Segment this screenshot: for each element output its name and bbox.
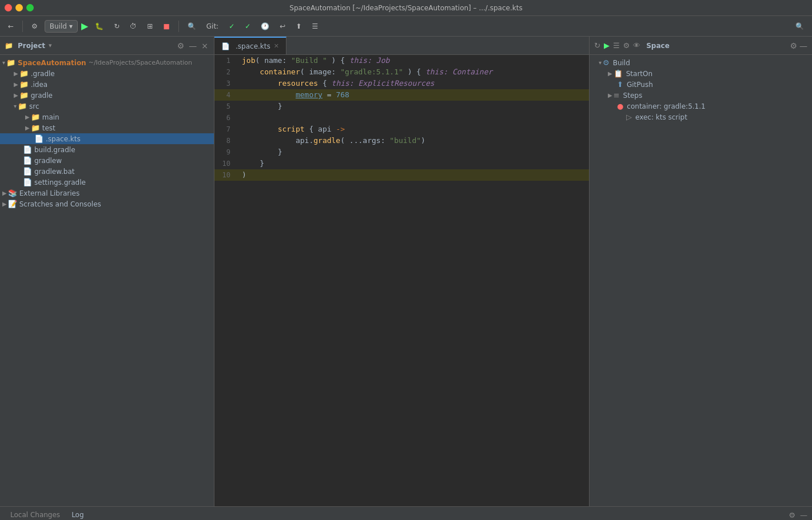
line-content-9: } [237,146,589,158]
build-button[interactable]: Build ▾ [45,20,78,33]
rt-exec[interactable]: ▷ exec: kts script [590,112,812,122]
tab-close-btn[interactable]: ✕ [274,42,279,50]
rt-starton[interactable]: ▶ 📋 StartOn [590,68,812,79]
tab-label: .space.kts [236,42,270,50]
debug-button[interactable]: 🐛 [91,21,107,32]
tree-main[interactable]: ▶ 📁 main [0,112,214,122]
icon-test: 📁 [31,124,40,132]
reload-button[interactable]: ↻ [110,21,123,32]
rp-settings-btn[interactable]: ⚙ [790,41,797,50]
line-num-7: 7 [214,124,237,135]
line-content-2: container( image: "gradle:5.1.1" ) { thi… [237,66,589,78]
sidebar-collapse-icon[interactable]: — [188,40,198,51]
root-arrow[interactable]: ▾ [2,59,5,66]
code-line-4: 4 memory = 768 [214,89,589,101]
git-check[interactable]: ✓ [225,21,238,32]
arrow-external[interactable]: ▶ [2,190,7,196]
search-button[interactable]: 🔍 [184,21,200,32]
line-num-4: 4 [214,89,237,101]
rt-icon-container: ● [617,102,623,110]
rp-run-icon[interactable]: ▶ [604,41,610,50]
global-search[interactable]: 🔍 [792,21,807,32]
window-controls[interactable] [5,4,34,11]
vc-close-icon[interactable]: — [800,511,807,519]
coverage-button[interactable]: ⊞ [144,21,156,32]
arrow-main[interactable]: ▶ [25,114,30,120]
run-button[interactable]: ▶ [81,21,88,31]
sidebar-close-icon[interactable]: × [200,40,209,51]
toolbar-settings[interactable]: ⚙ [28,21,41,32]
project-icon: 📁 [5,42,13,50]
git-check2[interactable]: ✓ [241,21,254,32]
rt-gitpush[interactable]: ⬆ GitPush [590,79,812,90]
rt-steps[interactable]: ▶ ≡ Steps [590,90,812,101]
rp-settings-icon[interactable]: ⚙ [623,41,630,50]
icon-build-gradle: 📄 [23,145,32,154]
rt-label-build: Build [613,59,630,67]
root-label: SpaceAutomation [18,59,86,67]
stop-button[interactable]: ■ [160,21,173,32]
code-line-8: 8 api.gradle( ...args: "build") [214,135,589,146]
vc-settings-icon[interactable]: ⚙ [789,511,795,519]
close-button[interactable] [5,4,12,11]
rt-icon-steps: ≡ [614,91,620,100]
label-external-libs: External Libraries [19,189,79,197]
rt-arrow-build[interactable]: ▾ [599,59,602,66]
git-undo[interactable]: ↩ [276,21,289,32]
git-label: Git: [203,21,222,32]
arrow-gradle[interactable]: ▶ [14,92,18,98]
tree-external-libs[interactable]: ▶ 📚 External Libraries [0,188,214,199]
project-dropdown[interactable]: ▾ [49,42,52,49]
profile-button[interactable]: ⏱ [126,21,140,32]
tree-gradle[interactable]: ▶ 📁 gradle [0,90,214,101]
rt-container[interactable]: ● container: gradle:5.1.1 [590,101,812,112]
tree-scratches[interactable]: ▶ 📝 Scratches and Consoles [0,199,214,209]
arrow-src[interactable]: ▾ [14,103,17,109]
tree-settings-gradle[interactable]: 📄 settings.gradle [0,177,214,188]
tree-gradlew-bat[interactable]: 📄 gradlew.bat [0,166,214,177]
git-push[interactable]: ⬆ [292,21,305,32]
tab-local-changes[interactable]: Local Changes [5,507,66,521]
rp-list-icon[interactable]: ☰ [613,41,620,50]
tab-log[interactable]: Log [66,507,89,521]
arrow-gradle-hidden[interactable]: ▶ [14,70,18,77]
toolbar-sep-2 [178,21,179,32]
rp-eye-icon[interactable]: 👁 [633,41,640,50]
tree-src[interactable]: ▾ 📁 src [0,101,214,112]
tree-gradlew[interactable]: 📄 gradlew [0,155,214,166]
icon-settings-gradle: 📄 [23,178,32,186]
code-line-9: 9 } [214,146,589,158]
arrow-scratches[interactable]: ▶ [2,201,7,207]
tree-root[interactable]: ▾ 📁 SpaceAutomation ~/IdeaProjects/Space… [0,57,214,68]
arrow-idea[interactable]: ▶ [14,81,18,88]
rt-build[interactable]: ▾ ⚙ Build [590,57,812,68]
bottom-panel: Local Changes Log ⚙ — ⚙ Branch: All ▾ Us… [0,506,812,520]
sidebar-settings-icon[interactable]: ⚙ [176,40,186,51]
label-main: main [42,113,59,121]
git-clock[interactable]: 🕐 [257,21,273,32]
arrow-test[interactable]: ▶ [25,125,30,131]
tree-build-gradle[interactable]: 📄 build.gradle [0,144,214,155]
tree-test[interactable]: ▶ 📁 test [0,122,214,133]
rp-refresh-icon[interactable]: ↻ [594,41,600,50]
maximize-button[interactable] [26,4,34,11]
code-editor[interactable]: 1 job( name: "Build " ) { this: Job 2 co… [214,55,589,506]
icon-gradle-hidden: 📁 [19,69,29,78]
minimize-button[interactable] [15,4,23,11]
toolbar-back[interactable]: ← [5,21,17,32]
main-toolbar: ← ⚙ Build ▾ ▶ 🐛 ↻ ⏱ ⊞ ■ 🔍 Git: ✓ ✓ 🕐 ↩ ⬆… [0,16,812,37]
git-menu[interactable]: ☰ [308,21,321,32]
line-num-1: 1 [214,55,237,66]
tab-space-kts[interactable]: 📄 .space.kts ✕ [214,37,286,54]
rt-arrow-starton[interactable]: ▶ [608,70,612,77]
sidebar-title: Project [18,42,45,50]
line-num-8: 8 [214,135,237,146]
line-content-7: script { api -> [237,124,589,135]
tree-gradle-hidden[interactable]: ▶ 📁 .gradle [0,68,214,79]
tree-idea[interactable]: ▶ 📁 .idea [0,79,214,90]
rt-arrow-steps[interactable]: ▶ [608,92,612,98]
rp-close-btn[interactable]: — [799,41,807,50]
window-title: SpaceAutomation [~/IdeaProjects/SpaceAut… [289,4,522,12]
line-content-10: } [237,158,589,169]
tree-space-kts[interactable]: 📄 .space.kts [0,133,214,144]
